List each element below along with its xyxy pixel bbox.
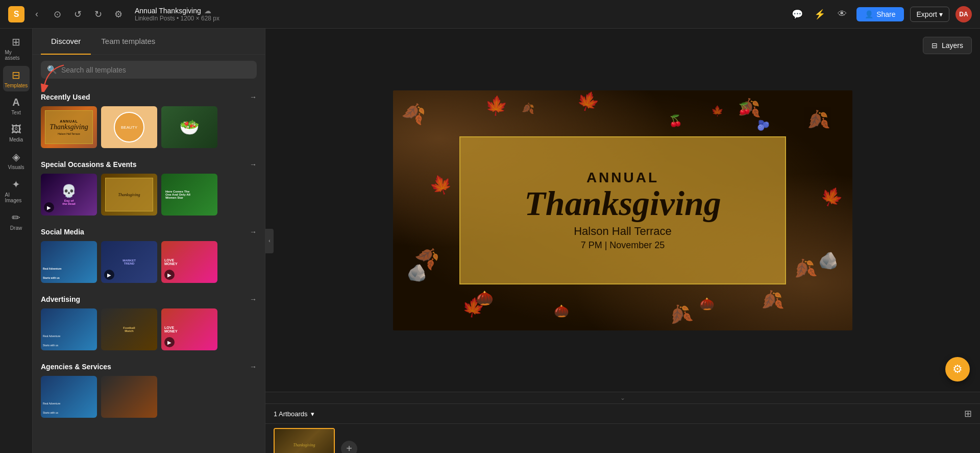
section-header-special-occasions: Special Occasions & Events → [41, 160, 257, 169]
artboards-label[interactable]: 1 Artboards ▾ [274, 410, 314, 418]
sidebar-item-text[interactable]: A Text [3, 93, 30, 118]
cloud-icon: ☁ [204, 7, 211, 15]
leaf-5: 🍁 [817, 182, 847, 211]
settings-button[interactable]: ⚙ [110, 6, 127, 22]
sidebar-item-visuals[interactable]: ◈ Visuals [3, 148, 30, 173]
panel-content: Recently Used → ANNUAL Thanksgiving Hals… [33, 85, 265, 453]
add-artboard-button[interactable]: + [341, 441, 357, 454]
section-title-agencies: Agencies & Services [41, 363, 111, 371]
ai-images-icon: ✦ [12, 178, 20, 190]
design-canvas: 🍂 🍁 🍂 🍂 🍁 🍂 🍁 🍂 🍁 🍂 🍁 🍂 🍒 [393, 90, 852, 330]
canvas-background: 🍂 🍁 🍂 🍂 🍁 🍂 🍁 🍂 🍁 🍂 🍁 🍂 🍒 [393, 90, 852, 330]
search-section: 🔍 [33, 55, 265, 85]
play-icon-pink-video: ▶ [164, 270, 175, 280]
section-advertising: Advertising → Real AdventureStarts with … [33, 291, 265, 359]
pinecone-1: 🪨 [407, 263, 427, 282]
template-thumb-agency1[interactable]: Real AdventureStarts with us [41, 376, 97, 418]
artboards-header: 1 Artboards ▾ ⊞ [265, 404, 980, 424]
history-button[interactable]: ⊙ [49, 6, 65, 22]
document-subtitle: LinkedIn Posts • 1200 × 628 px [135, 15, 219, 22]
section-arrow-advertising[interactable]: → [250, 295, 257, 303]
topbar: S ‹ ⊙ ↺ ↻ ⚙ Annual Thanksgiving ☁ Linked… [0, 0, 980, 29]
nut-2: 🌰 [699, 297, 715, 311]
topbar-left: S ‹ ⊙ ↺ ↻ ⚙ Annual Thanksgiving ☁ Linked… [8, 6, 219, 22]
sidebar-item-media[interactable]: 🖼 Media [3, 121, 30, 146]
avatar[interactable]: DA [955, 6, 972, 22]
back-button[interactable]: ‹ [29, 6, 45, 22]
tab-team-templates[interactable]: Team templates [91, 29, 165, 55]
layers-button[interactable]: ⊟ Layers [923, 37, 972, 54]
lightning-button[interactable]: ⚡ [812, 6, 828, 22]
berry-2: 🍒 [669, 114, 682, 128]
expand-handle[interactable]: ⌄ [265, 392, 980, 404]
undo-button[interactable]: ↺ [69, 6, 86, 22]
leaf-10: 🍂 [759, 288, 786, 313]
template-thumb-adv2[interactable]: FootballMatch [101, 308, 157, 350]
panel-tabs: Discover Team templates [33, 29, 265, 55]
berry-3: 🫐 [757, 119, 770, 131]
leaf-2: 🍁 [427, 171, 456, 199]
artboards-strip: Thanksgiving Page 1 + [265, 424, 980, 453]
collapse-panel-button[interactable]: ‹ [265, 229, 274, 253]
pinecone-3: 🪨 [818, 251, 839, 270]
berry-1: 🍒 [738, 102, 751, 115]
canvas-venue-text: Halson Hall Terrace [574, 225, 672, 238]
template-thumb-pink-video[interactable]: LOVEMONEY ▶ [161, 241, 217, 283]
sidebar-item-my-assets[interactable]: ⊞ My assets [3, 33, 30, 64]
section-agencies: Agencies & Services → Real AdventureStar… [33, 359, 265, 426]
recently-used-grid: ANNUAL Thanksgiving Halson Hall Terrace … [41, 106, 257, 148]
template-thumb-adv3[interactable]: LOVEMONEY ▶ [161, 308, 217, 350]
section-special-occasions: Special Occasions & Events → 💀 Day ofthe… [33, 156, 265, 224]
search-input[interactable] [61, 66, 251, 74]
template-thumb-adv1[interactable]: Real AdventureStarts with us [41, 308, 97, 350]
templates-icon: ⊟ [12, 69, 20, 81]
section-recently-used: Recently Used → ANNUAL Thanksgiving Hals… [33, 89, 265, 156]
template-thumb-salad[interactable]: 🥗 [161, 106, 217, 148]
template-thumb-thanksgiving2[interactable]: Thanksgiving [101, 174, 157, 216]
artboard-thumb-1[interactable]: Thanksgiving [274, 428, 335, 453]
tab-discover[interactable]: Discover [41, 29, 91, 55]
my-assets-icon: ⊞ [12, 36, 20, 48]
layers-icon: ⊟ [932, 41, 938, 50]
icon-sidebar: ⊞ My assets ⊟ Templates A Text 🖼 Media ◈… [0, 29, 33, 453]
template-thumb-travel[interactable]: Real AdventureStarts with us [41, 241, 97, 283]
app-logo[interactable]: S [8, 6, 24, 22]
floating-action-button[interactable]: ⚙ [945, 357, 970, 382]
canvas-area: ‹ ⊟ Layers 🍂 🍁 🍂 🍂 [265, 29, 980, 453]
export-button[interactable]: Export ▾ [910, 7, 949, 22]
templates-panel: Discover Team templates 🔍 Recently Used … [33, 29, 265, 453]
section-title-special-occasions: Special Occasions & Events [41, 160, 137, 169]
template-thumb-blue-product[interactable]: MARKETTREND ▶ [101, 241, 157, 283]
leaf-12: 🍂 [666, 301, 695, 329]
special-occasions-grid: 💀 Day ofthe Dead ▶ Thanksgiving Here Com… [41, 174, 257, 216]
play-icon-blue-product: ▶ [104, 270, 114, 280]
dried-leaf-2: 🍁 [711, 105, 724, 117]
template-thumb-beauty[interactable]: BEAUTY [101, 106, 157, 148]
share-button[interactable]: 👤 Share [856, 7, 903, 21]
redo-button[interactable]: ↻ [90, 6, 106, 22]
canvas-gold-box: ANNUAL Thanksgiving Halson Hall Terrace … [459, 136, 786, 284]
media-icon: 🖼 [11, 124, 21, 135]
section-header-advertising: Advertising → [41, 295, 257, 303]
template-thumb-day-of-dead[interactable]: 💀 Day ofthe Dead ▶ [41, 174, 97, 216]
artboard-item-1: Thanksgiving Page 1 [274, 428, 335, 453]
template-thumb-agency2[interactable] [101, 376, 157, 418]
sidebar-item-templates[interactable]: ⊟ Templates [3, 66, 30, 91]
leaf-4: 🍂 [805, 108, 831, 133]
template-thumb-thanksgiving[interactable]: ANNUAL Thanksgiving Halson Hall Terrace [41, 106, 97, 148]
template-thumb-green-event[interactable]: Here Comes TheOne And Only AllWomen Star [161, 174, 217, 216]
sidebar-item-ai-images[interactable]: ✦ AI Images [3, 175, 30, 206]
sidebar-item-draw[interactable]: ✏ Draw [3, 208, 30, 234]
preview-button[interactable]: 👁 [834, 6, 850, 22]
section-arrow-special-occasions[interactable]: → [250, 160, 257, 169]
leaf-11: 🍁 [574, 90, 603, 115]
section-social-media: Social Media → Real AdventureStarts with… [33, 224, 265, 291]
comments-button[interactable]: 💬 [789, 6, 805, 22]
advertising-grid: Real AdventureStarts with us FootballMat… [41, 308, 257, 350]
leaf-6: 🍂 [790, 255, 818, 282]
canvas-viewport[interactable]: 🍂 🍁 🍂 🍂 🍁 🍂 🍁 🍂 🍁 🍂 🍁 🍂 🍒 [265, 29, 980, 392]
section-arrow-agencies[interactable]: → [250, 363, 257, 371]
section-arrow-recently-used[interactable]: → [250, 93, 257, 101]
section-arrow-social-media[interactable]: → [250, 228, 257, 236]
artboards-grid-icon[interactable]: ⊞ [964, 408, 972, 419]
